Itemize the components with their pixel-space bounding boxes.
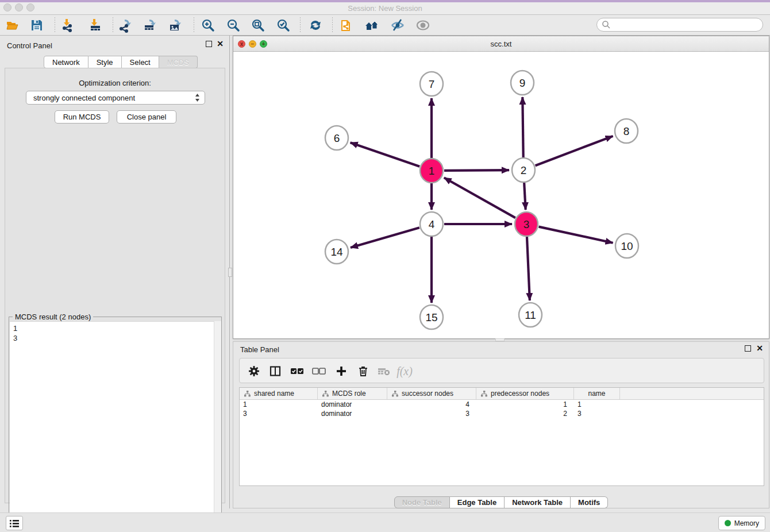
table-cell[interactable]: 4 <box>387 400 476 409</box>
tab-motifs[interactable]: Motifs <box>571 496 608 508</box>
optimization-criterion-select[interactable]: strongly connected component <box>26 91 205 105</box>
import-table-icon[interactable] <box>87 17 103 33</box>
status-bar: Memory <box>0 512 770 532</box>
run-mcds-button[interactable]: Run MCDS <box>55 110 109 124</box>
tab-mcds[interactable]: MCDS <box>159 56 198 68</box>
close-panel-icon[interactable]: ✕ <box>217 41 224 47</box>
control-panel-title: Control Panel <box>7 41 52 50</box>
float-panel-icon[interactable] <box>745 345 751 352</box>
tab-network-table[interactable]: Network Table <box>505 496 571 508</box>
table-cell[interactable]: 3 <box>240 409 318 418</box>
gear-icon[interactable] <box>247 364 261 379</box>
zoom-in-icon[interactable] <box>200 17 216 33</box>
memory-button[interactable]: Memory <box>718 516 765 530</box>
titlebar-accent <box>0 0 770 2</box>
table-cell[interactable]: 1 <box>574 400 620 409</box>
zoom-selected-icon[interactable] <box>275 17 291 33</box>
edge-2-8[interactable] <box>536 136 613 165</box>
open-session-icon[interactable] <box>5 17 21 33</box>
export-table-icon[interactable] <box>142 17 158 33</box>
node-label: 7 <box>429 78 435 90</box>
column-label: predecessor nodes <box>491 390 549 398</box>
column-header-shared-name[interactable]: shared name <box>240 388 318 399</box>
delete-table-icon[interactable] <box>376 364 391 379</box>
table-cell[interactable]: 3 <box>574 409 620 418</box>
table-toolbar: f(x) <box>239 358 764 383</box>
table-cell[interactable]: 3 <box>387 409 476 418</box>
tab-network[interactable]: Network <box>44 56 88 68</box>
split-columns-icon[interactable] <box>268 364 283 379</box>
first-neighbors-icon[interactable] <box>364 17 380 33</box>
function-builder-icon[interactable]: f(x) <box>397 364 412 379</box>
tab-edge-table[interactable]: Edge Table <box>450 496 505 508</box>
edge-3-11[interactable] <box>527 237 530 300</box>
node-label: 14 <box>330 246 343 258</box>
node-label: 2 <box>521 164 527 176</box>
selected-option: strongly connected component <box>33 94 195 102</box>
close-panel-icon[interactable]: ✕ <box>756 345 763 352</box>
task-list-icon <box>9 519 20 528</box>
table-row[interactable]: 3dominator323 <box>240 409 764 418</box>
main-toolbar <box>0 15 770 36</box>
edge-2-9[interactable] <box>522 97 523 157</box>
column-header-successor-nodes[interactable]: successor nodes <box>387 388 476 399</box>
column-header-MCDS-role[interactable]: MCDS role <box>318 388 387 399</box>
close-panel-button[interactable]: Close panel <box>117 110 176 124</box>
table-row[interactable]: 1dominator411 <box>240 400 764 409</box>
unselect-all-columns-icon[interactable] <box>311 364 326 379</box>
add-column-icon[interactable] <box>334 364 349 379</box>
column-type-icon <box>392 391 398 397</box>
table-cell[interactable]: dominator <box>318 400 387 409</box>
table-cell[interactable]: 1 <box>240 400 318 409</box>
column-label: shared name <box>254 390 294 398</box>
network-title: scc.txt <box>233 40 769 48</box>
edge-1-6[interactable] <box>351 142 420 167</box>
delete-column-icon[interactable] <box>356 364 371 379</box>
node-label: 6 <box>334 132 340 144</box>
edge-2-3[interactable] <box>524 183 526 210</box>
select-all-columns-icon[interactable] <box>290 364 305 379</box>
table-cell[interactable]: 2 <box>476 409 574 418</box>
node-table[interactable]: shared nameMCDS rolesuccessor nodesprede… <box>239 387 764 486</box>
result-scrollbar[interactable] <box>214 321 221 532</box>
tab-node-table[interactable]: Node Table <box>394 496 450 508</box>
column-header-name[interactable]: name <box>574 388 620 399</box>
save-session-icon[interactable] <box>29 17 45 33</box>
table-cell[interactable]: dominator <box>318 409 387 418</box>
network-window-titlebar[interactable]: x − + scc.txt <box>233 36 769 52</box>
memory-label: Memory <box>734 519 759 527</box>
node-label: 4 <box>429 218 435 230</box>
hide-selected-icon[interactable] <box>390 17 406 33</box>
mcds-result-list[interactable]: 1 3 <box>10 321 221 532</box>
vertical-splitter-handle[interactable] <box>228 268 232 277</box>
export-image-icon[interactable] <box>167 17 183 33</box>
edge-3-10[interactable] <box>538 227 613 243</box>
float-panel-icon[interactable] <box>206 41 212 47</box>
edge-1-2[interactable] <box>444 170 509 171</box>
node-label: 10 <box>621 240 633 252</box>
node-label: 3 <box>523 218 530 230</box>
import-network-icon[interactable] <box>60 17 76 33</box>
search-input[interactable] <box>611 19 763 30</box>
edge-3-1[interactable] <box>444 178 515 218</box>
toolbar-separator <box>55 17 55 33</box>
task-history-button[interactable] <box>6 516 23 530</box>
show-graphics-details-icon[interactable] <box>415 17 431 33</box>
network-canvas[interactable]: 1234678910111415 <box>233 52 769 338</box>
search-box[interactable] <box>596 18 763 32</box>
column-header-predecessor-nodes[interactable]: predecessor nodes <box>476 388 574 399</box>
table-cell[interactable]: 1 <box>476 400 574 409</box>
network-graph[interactable]: 1234678910111415 <box>233 52 769 338</box>
zoom-out-icon[interactable] <box>225 17 241 33</box>
tab-select[interactable]: Select <box>122 56 159 68</box>
search-icon <box>602 20 611 29</box>
new-network-from-selection-icon[interactable] <box>339 17 355 33</box>
zoom-fit-icon[interactable] <box>250 17 266 33</box>
column-type-icon <box>481 391 487 397</box>
edge-4-14[interactable] <box>351 228 419 248</box>
node-label: 9 <box>519 77 526 89</box>
apply-layout-icon[interactable] <box>307 17 324 33</box>
tab-style[interactable]: Style <box>88 56 122 68</box>
export-network-icon[interactable] <box>117 17 133 33</box>
column-label: MCDS role <box>332 390 366 398</box>
